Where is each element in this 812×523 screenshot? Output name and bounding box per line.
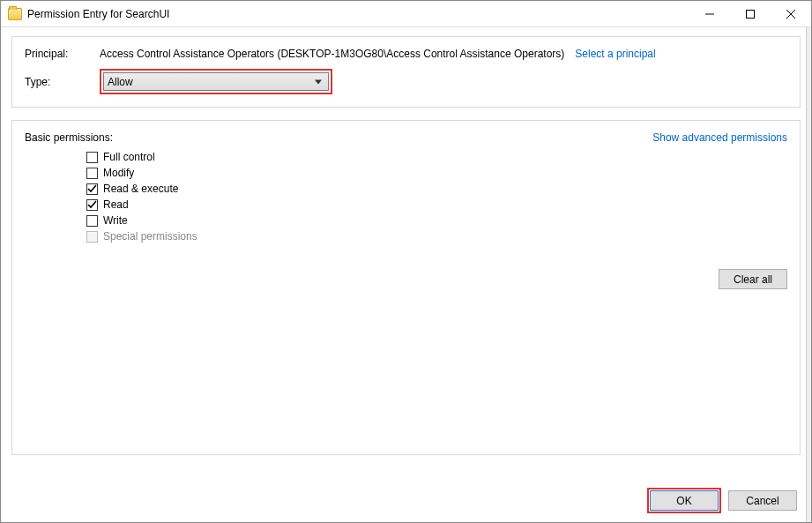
basic-permissions-header: Basic permissions: <box>25 131 113 144</box>
permission-label: Full control <box>103 151 155 163</box>
checkbox-icon[interactable] <box>86 183 98 195</box>
type-label: Type: <box>25 76 100 88</box>
permission-label: Write <box>103 214 128 227</box>
right-edge-strip <box>806 27 811 522</box>
principal-type-group: Principal: Access Control Assistance Ope… <box>11 36 801 108</box>
window-title: Permission Entry for SearchUI <box>27 8 689 20</box>
folder-icon <box>8 8 22 20</box>
type-dropdown[interactable]: Allow <box>103 72 329 91</box>
permission-item[interactable]: Read & execute <box>86 183 787 195</box>
select-principal-link[interactable]: Select a principal <box>575 48 655 60</box>
clear-all-button[interactable]: Clear all <box>719 269 787 289</box>
show-advanced-link[interactable]: Show advanced permissions <box>652 131 787 144</box>
window-controls <box>689 1 811 26</box>
ok-button[interactable]: OK <box>650 490 719 511</box>
permission-list: Full controlModifyRead & executeReadWrit… <box>86 151 787 243</box>
checkbox-icon[interactable] <box>86 215 98 227</box>
checkbox-icon <box>86 231 98 243</box>
permission-item[interactable]: Read <box>86 198 787 211</box>
titlebar: Permission Entry for SearchUI <box>1 1 811 27</box>
checkbox-icon[interactable] <box>86 152 98 163</box>
permission-label: Read <box>103 198 129 211</box>
cancel-button[interactable]: Cancel <box>728 490 797 511</box>
close-button[interactable] <box>771 1 811 26</box>
checkbox-icon[interactable] <box>86 199 98 211</box>
permission-item[interactable]: Full control <box>86 151 787 163</box>
minimize-button[interactable] <box>689 1 730 26</box>
permission-label: Special permissions <box>103 230 197 243</box>
permission-item: Special permissions <box>86 230 787 243</box>
permission-label: Modify <box>103 167 134 179</box>
svg-rect-1 <box>747 10 755 18</box>
permissions-group: Basic permissions: Show advanced permiss… <box>11 120 801 455</box>
permission-label: Read & execute <box>103 183 178 195</box>
principal-label: Principal: <box>25 48 100 60</box>
dialog-footer: OK Cancel <box>647 488 797 513</box>
permission-item[interactable]: Write <box>86 214 787 227</box>
principal-value: Access Control Assistance Operators (DES… <box>100 48 564 60</box>
content-area: Principal: Access Control Assistance Ope… <box>1 27 811 455</box>
checkbox-icon[interactable] <box>86 168 98 179</box>
ok-highlight: OK <box>647 488 721 513</box>
permission-item[interactable]: Modify <box>86 167 787 179</box>
maximize-button[interactable] <box>730 1 771 26</box>
type-highlight: Allow <box>100 69 332 94</box>
